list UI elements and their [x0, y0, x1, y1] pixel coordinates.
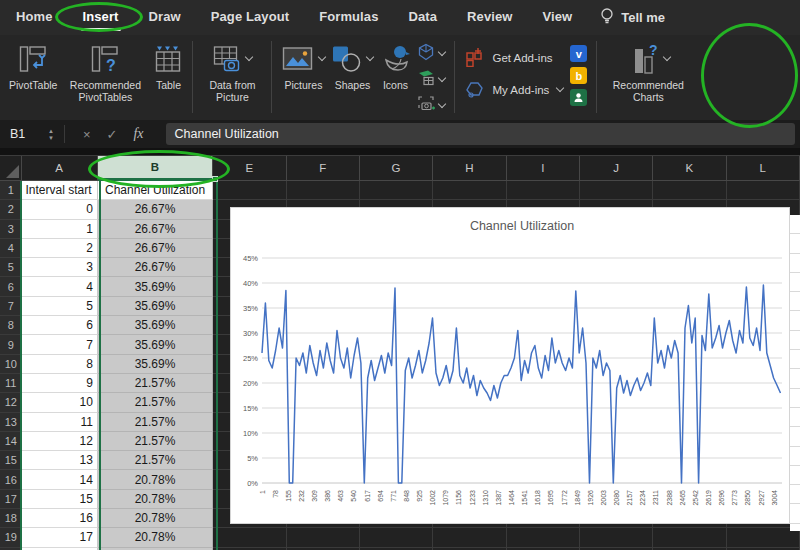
cell-A11[interactable]: 9 [22, 374, 98, 393]
cell-A4[interactable]: 2 [22, 239, 98, 258]
icons-button[interactable]: Icons [379, 41, 411, 91]
tab-review[interactable]: Review [465, 1, 514, 34]
column-header-L[interactable]: L [727, 156, 800, 181]
cell-B2[interactable]: 26.67% [98, 200, 213, 219]
tab-data[interactable]: Data [406, 1, 439, 34]
cell-B17[interactable]: 20.78% [98, 490, 213, 509]
cell-B15[interactable]: 21.57% [98, 451, 213, 470]
enter-icon[interactable]: ✓ [107, 127, 118, 142]
visio-addin-icon[interactable]: v [570, 45, 587, 62]
cell-A15[interactable]: 13 [22, 451, 98, 470]
row-header-6[interactable]: 6 [0, 277, 22, 296]
get-addins-button[interactable]: Get Add-ins [465, 47, 563, 69]
formula-input[interactable]: Channel Utilization [166, 123, 795, 145]
row-header-19[interactable]: 19 [0, 528, 22, 547]
cell-A7[interactable]: 5 [22, 297, 98, 316]
cell-E19[interactable] [213, 528, 286, 547]
tab-view[interactable]: View [540, 1, 574, 34]
cell-E1[interactable] [213, 181, 286, 200]
column-header-I[interactable]: I [507, 156, 580, 181]
cell-A19[interactable]: 17 [22, 528, 98, 547]
row-header-15[interactable]: 15 [0, 451, 22, 470]
smartart-button[interactable] [417, 69, 445, 91]
cell-B13[interactable]: 21.57% [98, 413, 213, 432]
cell-F19[interactable] [287, 528, 360, 547]
cell-L1[interactable] [727, 181, 800, 200]
name-box[interactable]: B1 [0, 127, 48, 141]
column-header-E[interactable]: E [213, 156, 286, 181]
name-box-spinner[interactable]: ▲▼ [48, 128, 54, 141]
cell-K1[interactable] [653, 181, 726, 200]
cell-A2[interactable]: 0 [22, 200, 98, 219]
cell-A8[interactable]: 6 [22, 316, 98, 335]
cell-I19[interactable] [507, 528, 580, 547]
row-header-8[interactable]: 8 [0, 316, 22, 335]
column-header-H[interactable]: H [433, 156, 506, 181]
row-header-16[interactable]: 16 [0, 470, 22, 489]
row-header-1[interactable]: 1 [0, 181, 22, 200]
cell-A10[interactable]: 8 [22, 355, 98, 374]
cell-L19[interactable] [727, 528, 800, 547]
cell-B8[interactable]: 35.69% [98, 316, 213, 335]
screenshot-button[interactable] [417, 95, 445, 117]
cell-B19[interactable]: 20.78% [98, 528, 213, 547]
cell-B16[interactable]: 20.78% [98, 470, 213, 489]
cell-A5[interactable]: 3 [22, 258, 98, 277]
row-header-12[interactable]: 12 [0, 393, 22, 412]
shapes-button[interactable]: Shapes [331, 41, 373, 91]
row-header-7[interactable]: 7 [0, 297, 22, 316]
cell-K19[interactable] [653, 528, 726, 547]
column-header-F[interactable]: F [287, 156, 360, 181]
bing-addin-icon[interactable]: b [570, 67, 587, 84]
cell-A12[interactable]: 10 [22, 393, 98, 412]
cell-B4[interactable]: 26.67% [98, 239, 213, 258]
cell-G1[interactable] [360, 181, 433, 200]
cell-G19[interactable] [360, 528, 433, 547]
cell-B12[interactable]: 21.57% [98, 393, 213, 412]
row-header-4[interactable]: 4 [0, 239, 22, 258]
chart-object[interactable]: Channel Utilization0%5%10%15%20%25%30%35… [230, 207, 790, 524]
column-header-G[interactable]: G [360, 156, 433, 181]
recommended-charts-button[interactable]: ? Recommended Charts [606, 41, 690, 104]
recommended-pivottables-button[interactable]: ? Recommended PivotTables [63, 41, 147, 104]
column-header-J[interactable]: J [580, 156, 653, 181]
pictures-button[interactable]: Pictures [281, 41, 325, 91]
select-all-corner[interactable] [0, 156, 22, 181]
cell-B18[interactable]: 20.78% [98, 509, 213, 528]
cell-B1[interactable]: Channel Utilization [98, 181, 213, 200]
column-header-B[interactable]: B [98, 156, 213, 181]
row-header-9[interactable]: 9 [0, 335, 22, 354]
cell-A6[interactable]: 4 [22, 277, 98, 296]
column-header-A[interactable]: A [22, 156, 98, 181]
cell-H1[interactable] [433, 181, 506, 200]
cell-B11[interactable]: 21.57% [98, 374, 213, 393]
cell-B7[interactable]: 35.69% [98, 297, 213, 316]
row-header-18[interactable]: 18 [0, 509, 22, 528]
my-addins-button[interactable]: My Add-ins [465, 79, 563, 101]
tell-me[interactable]: Tell me [600, 7, 665, 28]
row-header-5[interactable]: 5 [0, 258, 22, 277]
cell-B5[interactable]: 26.67% [98, 258, 213, 277]
row-header-3[interactable]: 3 [0, 220, 22, 239]
tab-insert[interactable]: Insert [81, 1, 121, 34]
table-button[interactable]: Table [153, 41, 183, 91]
cell-A9[interactable]: 7 [22, 335, 98, 354]
row-header-2[interactable]: 2 [0, 200, 22, 219]
row-header-14[interactable]: 14 [0, 432, 22, 451]
cell-B6[interactable]: 35.69% [98, 277, 213, 296]
pivottable-button[interactable]: PivotTable [9, 41, 57, 91]
column-header-K[interactable]: K [653, 156, 726, 181]
cell-B3[interactable]: 26.67% [98, 220, 213, 239]
cell-B10[interactable]: 35.69% [98, 355, 213, 374]
cell-A14[interactable]: 12 [22, 432, 98, 451]
insert-function-icon[interactable]: fx [133, 126, 143, 142]
cell-J19[interactable] [580, 528, 653, 547]
cell-A17[interactable]: 15 [22, 490, 98, 509]
3d-models-button[interactable] [417, 43, 445, 65]
cell-A3[interactable]: 1 [22, 220, 98, 239]
row-header-17[interactable]: 17 [0, 490, 22, 509]
selection-fill-handle[interactable] [212, 176, 218, 182]
tab-draw[interactable]: Draw [147, 1, 183, 34]
cell-B9[interactable]: 35.69% [98, 335, 213, 354]
tab-page-layout[interactable]: Page Layout [209, 1, 291, 34]
